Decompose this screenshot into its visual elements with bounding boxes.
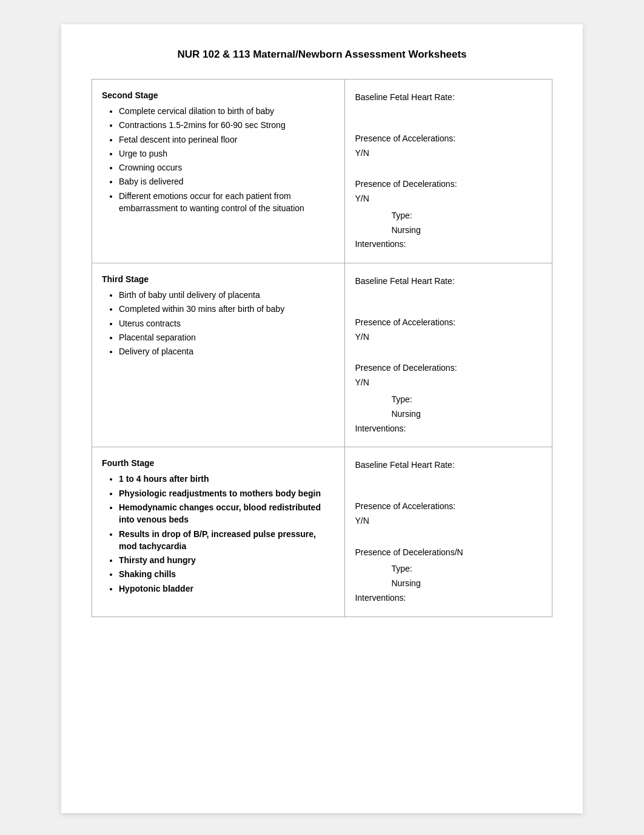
list-item: Placental separation: [119, 331, 335, 343]
list-item: Urge to push: [119, 147, 335, 160]
fourth-stage-left: Fourth Stage 1 to 4 hours after birth Ph…: [92, 447, 345, 617]
list-item: Thirsty and hungry: [119, 554, 335, 566]
fhr-type: Type: Nursing: [355, 209, 542, 238]
list-item: Crowning occurs: [119, 161, 335, 174]
fhr-interventions: Interventions:: [355, 422, 542, 436]
list-item: Different emotions occur for each patien…: [119, 190, 335, 215]
list-item: Shaking chills: [119, 568, 335, 580]
third-stage-title: Third Stage: [102, 274, 335, 284]
third-stage-right: Baseline Fetal Heart Rate: Presence of A…: [345, 263, 552, 447]
fhr-interventions: Interventions:: [355, 591, 542, 606]
spacer: [355, 107, 542, 132]
page-container: NUR 102 & 113 Maternal/Newborn Assessmen…: [61, 24, 583, 813]
second-stage-right: Baseline Fetal Heart Rate: Presence of A…: [345, 79, 552, 263]
spacer: [355, 475, 542, 499]
fhr-baseline: Baseline Fetal Heart Rate:: [355, 90, 542, 105]
fhr-decelerations: Presence of Decelerations: Y/N: [355, 361, 542, 390]
page-title: NUR 102 & 113 Maternal/Newborn Assessmen…: [92, 49, 552, 61]
fourth-stage-list: 1 to 4 hours after birth Physiologic rea…: [102, 473, 335, 595]
third-stage-list: Birth of baby until delivery of placenta…: [102, 289, 335, 357]
third-stage-left: Third Stage Birth of baby until delivery…: [92, 263, 345, 447]
fhr-type: Type: Nursing: [355, 562, 542, 591]
fhr-accelerations: Presence of Accelerations: Y/N: [355, 132, 542, 161]
list-item: Completed within 30 mins after birth of …: [119, 303, 335, 315]
fourth-stage-fhr: Baseline Fetal Heart Rate: Presence of A…: [355, 458, 542, 605]
list-item: Results in drop of B/P, increased pulse …: [119, 528, 335, 553]
list-item: Contractions 1.5-2mins for 60-90 sec Str…: [119, 119, 335, 131]
second-stage-list: Complete cervical dilation to birth of b…: [102, 105, 335, 214]
fhr-type: Type: Nursing: [355, 393, 542, 422]
fhr-accelerations: Presence of Accelerations: Y/N: [355, 316, 542, 345]
fourth-stage-right: Baseline Fetal Heart Rate: Presence of A…: [345, 447, 552, 617]
fourth-stage-title: Fourth Stage: [102, 458, 335, 468]
second-stage-row: Second Stage Complete cervical dilation …: [92, 79, 552, 263]
fhr-accelerations: Presence of Accelerations: Y/N: [355, 499, 542, 529]
list-item: Birth of baby until delivery of placenta: [119, 289, 335, 301]
list-item: Physiologic readjustments to mothers bod…: [119, 487, 335, 499]
list-item: Baby is delivered: [119, 175, 335, 188]
second-stage-title: Second Stage: [102, 90, 335, 100]
third-stage-row: Third Stage Birth of baby until delivery…: [92, 263, 552, 447]
second-stage-fhr: Baseline Fetal Heart Rate: Presence of A…: [355, 90, 542, 252]
spacer: [355, 291, 542, 316]
list-item: Hypotonic bladder: [119, 583, 335, 595]
list-item: Complete cervical dilation to birth of b…: [119, 105, 335, 117]
second-stage-left: Second Stage Complete cervical dilation …: [92, 79, 345, 263]
fhr-interventions: Interventions:: [355, 237, 542, 252]
list-item: Uterus contracts: [119, 317, 335, 330]
fhr-baseline: Baseline Fetal Heart Rate:: [355, 274, 542, 289]
main-table: Second Stage Complete cervical dilation …: [92, 79, 552, 617]
list-item: Delivery of placenta: [119, 345, 335, 357]
list-item: 1 to 4 hours after birth: [119, 473, 335, 485]
fhr-decelerations: Presence of Decelerations/N: [355, 546, 542, 560]
fhr-decelerations: Presence of Decelerations: Y/N: [355, 177, 542, 206]
fourth-stage-row: Fourth Stage 1 to 4 hours after birth Ph…: [92, 447, 552, 617]
list-item: Hemodynamic changes occur, blood redistr…: [119, 501, 335, 526]
list-item: Fetal descent into perineal floor: [119, 134, 335, 146]
fhr-baseline: Baseline Fetal Heart Rate:: [355, 458, 542, 473]
third-stage-fhr: Baseline Fetal Heart Rate: Presence of A…: [355, 274, 542, 436]
